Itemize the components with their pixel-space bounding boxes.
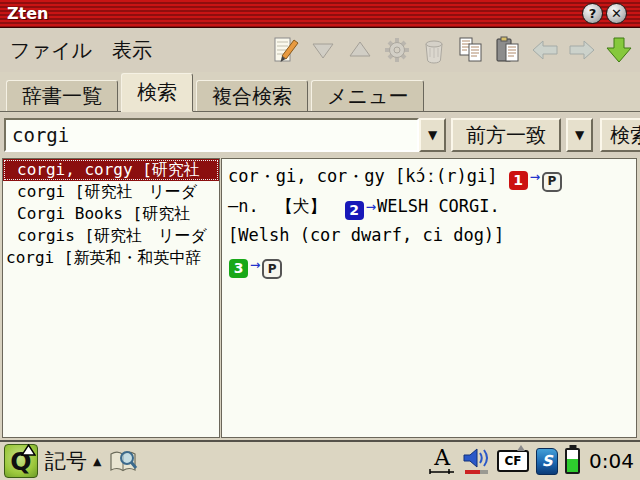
dictionary-app-icon[interactable] bbox=[108, 446, 138, 476]
triangle-down-icon[interactable] bbox=[308, 35, 338, 65]
title-bar: Zten ? ✕ bbox=[0, 0, 640, 28]
jump-p-icon[interactable]: P bbox=[262, 259, 282, 279]
search-input[interactable] bbox=[4, 118, 419, 152]
cf-eject-triangle-icon bbox=[517, 445, 525, 451]
arrow-left-icon[interactable] bbox=[530, 35, 560, 65]
entry-text: —n. 【犬】 bbox=[228, 196, 344, 216]
qtopia-launcher-icon[interactable]: Q bbox=[4, 444, 38, 478]
entry-line: cor・gi, cor・gy [kɔ́ː(r)gi] 1→P bbox=[228, 162, 630, 192]
tab-dictionary-list[interactable]: 辞書一覧 bbox=[6, 80, 118, 111]
cf-card-icon[interactable]: CF bbox=[497, 450, 529, 472]
result-list: corgi, corgy [研究社corgi [研究社 リーダCorgi Boo… bbox=[2, 158, 220, 438]
paste-icon[interactable] bbox=[493, 35, 523, 65]
entry-line: —n. 【犬】 2→WELSH CORGI. bbox=[228, 192, 630, 221]
jump-arrow-icon: → bbox=[249, 254, 261, 274]
tab-search[interactable]: 検索 bbox=[121, 73, 193, 112]
triangle-up-icon[interactable] bbox=[345, 35, 375, 65]
volume-icon[interactable] bbox=[462, 446, 490, 476]
edit-icon[interactable] bbox=[271, 35, 301, 65]
match-mode-button[interactable]: 前方一致 bbox=[451, 118, 561, 152]
arrow-down-icon[interactable] bbox=[604, 35, 634, 65]
help-button[interactable]: ? bbox=[582, 3, 603, 24]
jump-arrow-icon: → bbox=[365, 196, 377, 216]
list-item[interactable]: corgi, corgy [研究社 bbox=[3, 159, 219, 181]
jump-arrow-icon: → bbox=[529, 166, 541, 186]
pen-input-indicator[interactable]: A bbox=[429, 447, 455, 475]
battery-icon[interactable] bbox=[565, 448, 580, 474]
pen-baseline-icon bbox=[429, 469, 455, 475]
launcher-triangle-icon bbox=[21, 444, 36, 456]
tab-menu[interactable]: メニュー bbox=[311, 80, 424, 111]
entry-text: cor・gi, cor・gy [kɔ́ː(r)gi] bbox=[228, 166, 508, 186]
entry-text: [Welsh (cor dwarf, ci dog)] bbox=[228, 225, 504, 245]
sd-card-icon[interactable]: S bbox=[536, 448, 558, 475]
list-item[interactable]: Corgi Books [研究社 bbox=[3, 203, 219, 225]
tab-bar: 辞書一覧検索複合検索メニュー bbox=[0, 72, 640, 112]
sense-badge[interactable]: 1 bbox=[509, 171, 528, 190]
entry-pane[interactable]: cor・gi, cor・gy [kɔ́ː(r)gi] 1→P—n. 【犬】 2→… bbox=[221, 158, 637, 438]
clock[interactable]: 0:04 bbox=[589, 449, 634, 473]
search-row: ▼ 前方一致 ▼ 検索 bbox=[0, 113, 640, 157]
arrow-right-icon[interactable] bbox=[567, 35, 597, 65]
menu-view[interactable]: 表示 bbox=[110, 35, 154, 66]
list-item[interactable]: corgi [新英和・和英中辞 bbox=[3, 247, 219, 269]
tab-compound-search[interactable]: 複合検索 bbox=[196, 80, 308, 111]
toolbar bbox=[271, 35, 640, 65]
search-combobox: ▼ bbox=[4, 118, 446, 152]
entry-line: 3→P bbox=[228, 250, 630, 280]
list-item[interactable]: corgis [研究社 リーダ bbox=[3, 225, 219, 247]
battery-level bbox=[567, 459, 578, 472]
entry-text: WELSH CORGI. bbox=[377, 196, 500, 216]
trash-icon[interactable] bbox=[419, 35, 449, 65]
menu-file[interactable]: ファイル bbox=[8, 35, 94, 66]
sense-badge[interactable]: 2 bbox=[345, 201, 364, 220]
gear-icon[interactable] bbox=[382, 35, 412, 65]
copy-icon[interactable] bbox=[456, 35, 486, 65]
window-title: Zten bbox=[7, 4, 49, 23]
close-button[interactable]: ✕ bbox=[606, 3, 627, 24]
entry-line: [Welsh (cor dwarf, ci dog)] bbox=[228, 221, 630, 250]
history-dropdown-button[interactable]: ▼ bbox=[419, 118, 446, 152]
match-mode-dropdown-button[interactable]: ▼ bbox=[566, 118, 593, 152]
input-method-arrow-icon[interactable]: ▲ bbox=[93, 455, 101, 468]
search-button[interactable]: 検索 bbox=[600, 118, 640, 152]
taskbar: Q 記号 ▲ A CF S bbox=[0, 440, 640, 480]
jump-p-icon[interactable]: P bbox=[542, 172, 562, 192]
titlebar-buttons: ? ✕ bbox=[582, 3, 627, 24]
sense-badge[interactable]: 3 bbox=[229, 259, 248, 278]
input-method-button[interactable]: 記号 bbox=[45, 447, 87, 475]
menu-bar: ファイル 表示 bbox=[0, 28, 640, 72]
list-item[interactable]: corgi [研究社 リーダ bbox=[3, 181, 219, 203]
